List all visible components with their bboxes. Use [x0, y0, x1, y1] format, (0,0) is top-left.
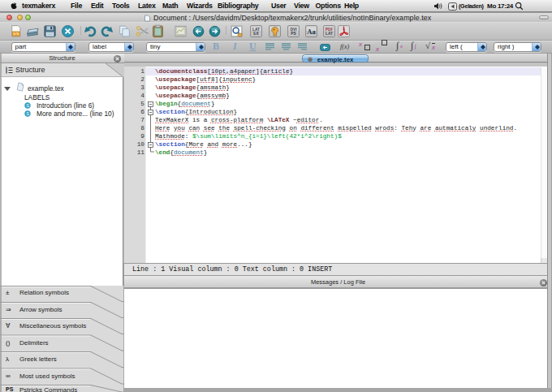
svg-text:PS: PS [291, 32, 296, 36]
svg-text:PDF: PDF [325, 28, 333, 32]
svg-text:LAT: LAT [325, 32, 332, 36]
svg-text:S: S [26, 103, 29, 108]
svg-text:S: S [26, 111, 29, 116]
svg-text:DVI: DVI [290, 28, 297, 32]
svg-text:LAT: LAT [252, 28, 259, 32]
svg-text:EX: EX [253, 32, 259, 36]
svg-text:Aa: Aa [307, 28, 316, 36]
